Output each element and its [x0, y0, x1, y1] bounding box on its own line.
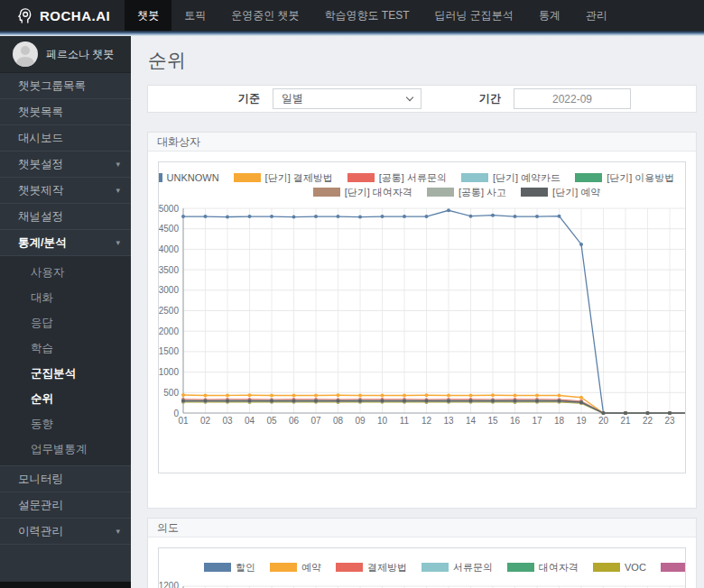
sidebar-subitem[interactable]: 사용자: [0, 260, 131, 285]
nav-menu-item[interactable]: 챗봇: [125, 0, 171, 31]
svg-text:11: 11: [400, 416, 410, 426]
legend-item[interactable]: [단기] 결제방법: [234, 171, 333, 185]
svg-text:07: 07: [310, 416, 321, 426]
legend-swatch: [507, 563, 534, 572]
svg-text:19: 19: [576, 416, 587, 426]
svg-text:2000: 2000: [159, 326, 179, 336]
sidebar-item[interactable]: 대시보드 ▾: [0, 125, 131, 152]
svg-text:08: 08: [333, 416, 344, 426]
sidebar-item[interactable]: 모니터링 ▾: [0, 466, 131, 492]
sidebar-submenu-stats: 사용자 대화 응답 학습 군집분석 순위 동향: [0, 256, 131, 466]
chat-partner-chart: UNKNOWN[단기] 결제방법[공통] 서류문의[단기] 예약카드[단기] 이…: [158, 161, 686, 473]
basis-select[interactable]: 일별: [273, 88, 421, 109]
sidebar-item[interactable]: 채널설정 ▾: [0, 204, 131, 230]
sidebar-footer-bar: [0, 582, 131, 588]
legend-item[interactable]: [공통] 사고: [427, 186, 506, 199]
legend-item[interactable]: VOC: [593, 562, 646, 573]
svg-text:15: 15: [487, 416, 498, 426]
legend-swatch: [575, 173, 602, 182]
sidebar-item[interactable]: 챗봇그룹목록 ▾: [0, 73, 131, 99]
legend-item[interactable]: [단기] 대여자격: [313, 186, 412, 199]
sidebar-item[interactable]: 설문관리 ▾: [0, 492, 131, 519]
nav-menu-item[interactable]: 딥러닝 군집분석: [422, 0, 526, 31]
legend-item[interactable]: [단기] 예약카드: [461, 171, 560, 185]
legend-item[interactable]: 예약: [270, 561, 321, 574]
sidebar-subitem[interactable]: 순위: [0, 386, 131, 411]
legend-swatch: [234, 173, 261, 182]
chat-partner-panel: 대화상자 UNKNOWN[단기] 결제방법[공통] 서류문의[단기] 예약카드[…: [147, 132, 697, 509]
period-label: 기간: [479, 91, 501, 106]
svg-text:1500: 1500: [159, 346, 179, 356]
legend-swatch: [421, 563, 449, 572]
chevron-down-icon: ▾: [116, 186, 120, 195]
legend-swatch: [204, 563, 231, 572]
legend-item[interactable]: AS: [661, 562, 686, 573]
svg-text:3000: 3000: [159, 285, 179, 295]
intent-panel-title: 의도: [148, 519, 696, 537]
legend-item[interactable]: [단기] 예약: [521, 186, 600, 199]
legend-item[interactable]: [단기] 이용방법: [575, 171, 674, 185]
svg-text:18: 18: [554, 416, 565, 426]
accent-strip: [0, 31, 704, 36]
legend-item[interactable]: 할인: [204, 561, 255, 574]
legend-swatch: [661, 563, 686, 572]
intent-panel: 의도 할인 예약: [147, 518, 697, 588]
period-input[interactable]: [514, 88, 631, 109]
page-title: 순위: [148, 48, 704, 73]
sidebar-item[interactable]: 챗봇제작 ▾: [0, 178, 131, 204]
top-navbar: ROCHA.AI 챗봇 토픽 운영중인 챗봇 학습영향도 TEST 딥러닝 군집…: [0, 0, 704, 31]
line-chart-svg: 0500100015002000250030003500400045005000…: [159, 199, 686, 432]
legend-item[interactable]: [공통] 서류문의: [347, 171, 447, 185]
svg-text:01: 01: [178, 416, 189, 426]
nav-menu-item[interactable]: 학습영향도 TEST: [312, 0, 422, 31]
legend-item[interactable]: 대여자격: [507, 561, 579, 574]
main-content: 순위 기준 일별 기간 대화상자 UNKNOWN[단기] 결제방법[공통] 서류…: [131, 36, 704, 588]
sidebar-item[interactable]: 이력관리 ▾: [0, 519, 131, 545]
svg-text:12: 12: [421, 416, 432, 426]
legend-swatch: [427, 188, 454, 197]
intent-chart: 할인 예약 결제방법: [158, 547, 686, 588]
brand-logo[interactable]: ROCHA.AI: [0, 0, 125, 31]
chevron-down-icon: ▾: [116, 238, 120, 247]
nav-menu-item[interactable]: 통계: [526, 0, 573, 31]
legend-swatch: [158, 173, 162, 182]
sidebar-profile[interactable]: 페르소나 챗봇: [0, 36, 131, 73]
sidebar-subitem[interactable]: 대화: [0, 285, 131, 310]
legend-item[interactable]: 서류문의: [421, 561, 493, 574]
sidebar-subitem[interactable]: 업무별통계: [0, 436, 131, 462]
basis-label: 기준: [238, 91, 260, 106]
legend-item[interactable]: 결제방법: [336, 561, 407, 574]
sidebar-subitem[interactable]: 학습: [0, 335, 131, 361]
legend-item[interactable]: UNKNOWN: [158, 172, 219, 183]
sidebar-subitem[interactable]: 동향: [0, 411, 131, 436]
legend-swatch: [461, 173, 488, 182]
line-chart-svg: 1200: [159, 574, 686, 588]
svg-text:14: 14: [466, 416, 477, 426]
svg-text:13: 13: [443, 416, 454, 426]
legend-swatch: [347, 173, 375, 182]
chevron-down-icon: [406, 94, 413, 101]
chevron-down-icon: ▾: [116, 527, 120, 536]
avatar: [13, 41, 38, 67]
nav-menu: 챗봇 토픽 운영중인 챗봇 학습영향도 TEST 딥러닝 군집분석 통계 관리: [125, 0, 620, 31]
sidebar-menu-bottom: 모니터링 ▾ 설문관리 ▾ 이력관리 ▾: [0, 466, 131, 545]
svg-text:5000: 5000: [159, 204, 179, 214]
sidebar-item[interactable]: 챗봇목록 ▾: [0, 99, 131, 125]
nav-menu-item[interactable]: 관리: [573, 0, 620, 31]
sidebar-item[interactable]: 챗봇설정 ▾: [0, 152, 131, 178]
chart-legend: 할인 예약 결제방법: [159, 560, 686, 574]
nav-menu-item[interactable]: 운영중인 챗봇: [218, 0, 311, 31]
svg-text:500: 500: [163, 388, 179, 398]
nav-menu-item[interactable]: 토픽: [171, 0, 218, 31]
legend-swatch: [521, 188, 548, 197]
svg-text:17: 17: [532, 416, 542, 426]
sidebar-subitem[interactable]: 응답: [0, 310, 131, 335]
legend-swatch: [593, 563, 620, 572]
sidebar-subitem[interactable]: 군집분석: [0, 361, 131, 386]
chat-partner-panel-title: 대화상자: [148, 133, 696, 152]
legend-swatch: [270, 563, 297, 572]
svg-text:21: 21: [620, 416, 631, 426]
svg-text:02: 02: [200, 416, 211, 426]
rocha-head-icon: [16, 7, 33, 24]
sidebar-item[interactable]: 통계/분석 ▾: [0, 230, 131, 256]
